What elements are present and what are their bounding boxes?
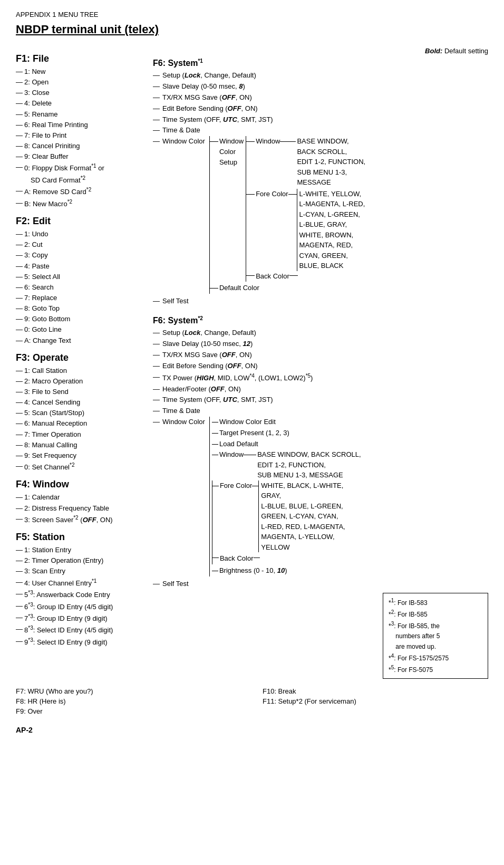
bold-note: Bold: Default setting (153, 47, 488, 55)
f4-title: F4: Window (16, 479, 153, 490)
f6s1-title: F6: System*1 (153, 58, 488, 68)
f6s2-wc-window-values: BASE WINDOW, BACK SCROLL,EDIT 1-2, FUNCT… (256, 449, 361, 480)
f6s1-wc-fore: Fore Color (255, 189, 288, 200)
f6s1-wc-back: Back Color (255, 271, 289, 282)
footnote-5: *5: For FS-5075 (389, 664, 482, 675)
f3-section: F3: Operate 1: Call Station 2: Macro Ope… (16, 352, 153, 473)
f1-item-3: 3: Close (16, 88, 153, 98)
f2-item-2: 2: Cut (16, 239, 153, 250)
f6s2-wc-brightness: Brightness (0 - 10, 10) (218, 565, 287, 576)
f1-item-a: A: Remove SD Card*2 (16, 186, 153, 197)
f10-label: F10: Break (263, 687, 488, 695)
f6s2-wc-window: Window (218, 449, 244, 460)
f6s1-item-slave: Slave Delay (0-50 msec, 8) (153, 81, 488, 92)
f1-section: F1: File 1: New 2: Open 3: Close 4: Dele… (16, 53, 153, 209)
footnote-2: *2: For IB-585 (389, 608, 482, 620)
f6s2-item-txpow: TX Power (HIGH, MID, LOW*4, (LOW1, LOW2)… (153, 372, 488, 384)
f6s2-item-txrx: TX/RX MSG Save (OFF, ON) (153, 350, 488, 361)
f6s2-section: F6: System*2 Setup (Lock, Change, Defaul… (153, 315, 488, 590)
f6s1-self-test: Self Test (153, 296, 488, 307)
f3-title: F3: Operate (16, 352, 153, 363)
f1-item-b: B: New Macro*2 (16, 198, 153, 209)
f3-item-1: 1: Call Station (16, 366, 153, 376)
f1-item-9: 9: Clear Buffer (16, 151, 153, 162)
f3-item-4: 4: Cancel Sending (16, 397, 153, 408)
right-column: Bold: Default setting F6: System*1 Setup… (153, 47, 488, 679)
f1-item-0b: SD Card Format*2 (16, 174, 153, 186)
f5-item-5: 5*3: Answerback Code Entry (16, 589, 153, 600)
f2-item-5: 5: Select All (16, 272, 153, 282)
f3-item-7: 7: Timer Operation (16, 429, 153, 440)
f6s2-self-test: Self Test (153, 579, 488, 590)
page-number: AP-2 (16, 726, 488, 734)
f1-item-1: 1: New (16, 66, 153, 77)
f6s1-wc-setup: WindowColorSetup (219, 136, 244, 168)
f6s2-wc-target: Target Present (1, 2, 3) (218, 428, 289, 439)
f6s1-wc-window-values: BASE WINDOW,BACK SCROLL,EDIT 1-2, FUNCTI… (296, 136, 365, 188)
f6s1-wc-color-values: L-WHITE, YELLOW,L-MAGENTA, L-RED,L-CYAN,… (299, 189, 365, 271)
f5-title: F5: Station (16, 532, 153, 543)
f6s2-wc-color-values: WHITE, BLACK, L-WHITE, GRAY,L-BLUE, BLUE… (258, 480, 353, 553)
main-title: NBDP terminal unit (telex) (16, 23, 488, 36)
f6s1-item-edit: Edit Before Sending (OFF, ON) (153, 103, 488, 114)
f1-item-8: 8: Cancel Priniting (16, 141, 153, 151)
f6s2-item-setup: Setup (Lock, Change, Default) (153, 328, 488, 339)
f2-title: F2: Edit (16, 216, 153, 227)
f5-item-9: 9*3: Select ID Entry (9 digit) (16, 636, 153, 648)
f2-item-6: 6: Search (16, 282, 153, 293)
f2-item-a: A: Change Text (16, 335, 153, 346)
f6s2-wc-label: Window Color (153, 418, 205, 426)
f3-item-6: 6: Manual Reception (16, 418, 153, 429)
f6s2-item-header: Header/Footer (OFF, ON) (153, 384, 488, 395)
f3-item-0: 0: Set Channel*2 (16, 461, 153, 473)
f5-section: F5: Station 1: Station Entry 2: Timer Op… (16, 532, 153, 648)
f1-item-6: 6: Real Time Printing (16, 120, 153, 130)
f1-item-2: 2: Open (16, 77, 153, 88)
f4-item-3: 3: Screen Saver*2 (OFF, ON) (16, 514, 153, 525)
f7-label: F7: WRU (Who are you?) (16, 687, 241, 695)
f1-title: F1: File (16, 53, 153, 64)
footnote-4: *4: For FS-1575/2575 (389, 652, 482, 664)
f6s1-item-timedate: Time & Date (153, 125, 488, 136)
footnote-1: *1: For IB-583 (389, 597, 482, 608)
f4-item-1: 1: Calendar (16, 492, 153, 503)
f3-item-9: 9: Set Frequency (16, 450, 153, 461)
f11-label: F11: Setup*2 (For serviceman) (263, 697, 488, 705)
f2-section: F2: Edit 1: Undo 2: Cut 3: Copy 4: Paste… (16, 216, 153, 346)
f1-item-7: 7: File to Print (16, 130, 153, 141)
page-header: APPENDIX 1 MENU TREE (16, 11, 488, 18)
f6s1-wc-default: Default Color (218, 283, 259, 294)
f6s2-title: F6: System*2 (153, 315, 488, 325)
f1-item-5: 5: Rename (16, 109, 153, 120)
f2-item-0: 0: Goto Line (16, 324, 153, 335)
f6s1-section: F6: System*1 Setup (Lock, Change, Defaul… (153, 58, 488, 307)
f6s1-wc-label: Window Color (153, 137, 205, 145)
f6s2-item-timedate: Time & Date (153, 406, 488, 417)
f1-item-4: 4: Delete (16, 98, 153, 109)
footnote-box: *1: For IB-583 *2: For IB-585 *3: For IB… (383, 593, 488, 679)
f1-item-0: 0: Floppy Disk Format*1 or (16, 162, 153, 174)
footnote-3: *3: For IB-585, the numbers after 5 are … (389, 620, 482, 652)
f5-item-4: 4: User Channel Entry*1 (16, 577, 153, 589)
f3-item-3: 3: File to Send (16, 387, 153, 397)
f2-item-8: 8: Goto Top (16, 303, 153, 314)
f2-item-3: 3: Copy (16, 250, 153, 261)
f6s2-wc-fore: Fore Color (219, 480, 252, 492)
f6s1-item-time: Time System (OFF, UTC, SMT, JST) (153, 114, 488, 126)
f9-label: F9: Over (16, 707, 241, 715)
f4-item-2: 2: Distress Frequency Table (16, 503, 153, 514)
f5-item-3: 3: Scan Entry (16, 566, 153, 576)
f5-item-2: 2: Timer Operation (Entry) (16, 555, 153, 566)
f6s2-item-slave: Slave Delay (10-50 msec, 12) (153, 339, 488, 350)
f5-item-6: 6*3: Group ID Entry (4/5 digit) (16, 601, 153, 612)
f6s2-wc-back: Back Color (219, 553, 254, 564)
f6s1-item-txrx: TX/RX MSG Save (OFF, ON) (153, 92, 488, 103)
f2-item-4: 4: Paste (16, 261, 153, 272)
f4-section: F4: Window 1: Calendar 2: Distress Frequ… (16, 479, 153, 525)
f5-item-1: 1: Station Entry (16, 545, 153, 555)
f6s1-item-setup: Setup (Lock, Change, Default) (153, 70, 488, 81)
f6s1-wc-window: Window (255, 136, 280, 147)
f2-item-7: 7: Replace (16, 293, 153, 303)
f6s2-wc-edit: Window Color Edit (218, 417, 276, 428)
f5-item-8: 8*3: Select ID Entry (4/5 digit) (16, 624, 153, 636)
